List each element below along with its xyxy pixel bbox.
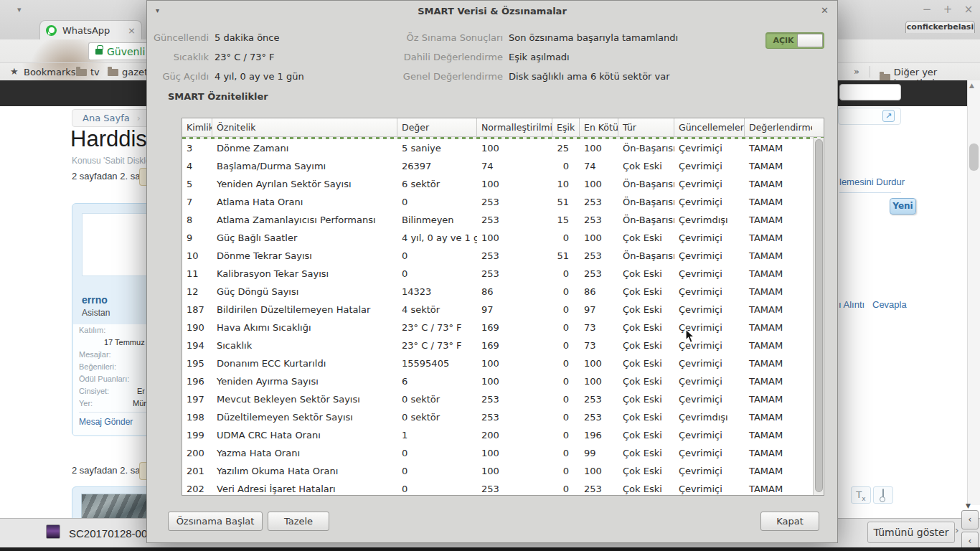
reply-link[interactable]: Cevapla	[872, 299, 907, 310]
external-link-icon: ↗	[882, 110, 895, 122]
table-scrollbar-thumb[interactable]	[815, 139, 823, 492]
divider	[870, 66, 870, 77]
refresh-button[interactable]: Tazele	[268, 512, 329, 531]
table-row[interactable]: 202Veri Adresi İşaret Hataları02530253Ço…	[182, 480, 814, 496]
tab-close-icon[interactable]: ×	[128, 25, 136, 36]
search-input[interactable]	[839, 84, 901, 100]
table-cell: TAMAM	[745, 283, 814, 301]
smart-enabled-toggle[interactable]: AÇIK	[765, 32, 824, 49]
toggle-handle[interactable]	[797, 34, 823, 47]
table-cell: 23° C / 73° F	[397, 319, 477, 336]
table-row[interactable]: 197Mevcut Bekleyen Sektör Sayısı0 sektör…	[182, 390, 814, 408]
table-row[interactable]: 198Düzeltilemeyen Sektör Sayısı0 sektör2…	[182, 408, 814, 426]
maximize-button[interactable]: +	[942, 3, 953, 16]
table-cell: Çevrimiçi	[674, 283, 745, 301]
table-row[interactable]: 9Güç Bağlı Saatler4 yıl, 0 ay ve 1 gün10…	[182, 229, 814, 247]
stop-watching-link[interactable]: lemesini Durdur	[839, 176, 905, 187]
column-header[interactable]: Normalleştirilmiş	[477, 118, 552, 137]
table-cell: Çok Eski	[618, 462, 674, 480]
bookmarks-label[interactable]: Bookmarks	[24, 67, 76, 77]
browser-tab-whatsapp[interactable]: WhatsApp ×	[39, 20, 142, 39]
table-cell: 12	[182, 283, 212, 301]
table-cell: Çok Eski	[618, 229, 674, 247]
bookmark-folder-tv[interactable]: tv	[76, 67, 100, 77]
column-header[interactable]: Öznitelik	[212, 118, 397, 137]
table-cell: 15595405	[397, 354, 477, 372]
window-menu-icon[interactable]: ▾	[17, 5, 22, 14]
table-row[interactable]: 5Yeniden Ayrılan Sektör Sayısı6 sektör10…	[182, 175, 814, 193]
table-row[interactable]: 8Atlama Zamanlayıcısı PerformansıBilinme…	[182, 211, 814, 229]
dialog-close-icon[interactable]: ✕	[821, 5, 829, 16]
table-scrollbar[interactable]	[813, 138, 824, 496]
table-cell: 0	[552, 462, 580, 480]
column-header[interactable]: Güncellemeler	[674, 118, 745, 137]
table-cell: Bilinmeyen	[397, 211, 477, 229]
bookmarks-overflow-icon[interactable]: »	[854, 66, 859, 77]
table-cell: TAMAM	[745, 301, 814, 319]
column-header[interactable]: Değer	[397, 118, 477, 137]
table-cell: Çok Eski	[618, 444, 674, 462]
table-cell: Çevrimiçi	[674, 157, 745, 175]
table-row[interactable]: 12Güç Döngü Sayısı1432386086Çok EskiÇevr…	[182, 283, 814, 301]
panel-collapse-button[interactable]: ‹	[961, 510, 979, 529]
show-all-downloads-button[interactable]: Tümünü göster	[867, 522, 955, 543]
table-cell: Çok Eski	[618, 426, 674, 444]
remove-formatting-button[interactable]: Tx	[851, 486, 871, 504]
table-cell: TAMAM	[745, 229, 814, 247]
address-bar[interactable]: Güvenli	[88, 42, 153, 60]
table-row[interactable]: 187Bildirilen Düzeltilemeyen Hatalar4 se…	[182, 301, 814, 319]
column-header[interactable]: Eşik	[552, 118, 580, 137]
minimize-button[interactable]: −	[921, 3, 933, 16]
table-row[interactable]: 201Yazılım Okuma Hata Oranı01000100Çok E…	[182, 462, 814, 480]
table-cell: Çevrimiçi	[674, 229, 745, 247]
bookmarks-star-icon[interactable]: ★	[10, 66, 19, 77]
table-cell: Çevrimiçi	[674, 372, 745, 390]
divider	[839, 192, 901, 193]
browser-profile-button[interactable]: confickerbelasi	[905, 21, 975, 33]
start-selftest-button[interactable]: Özsınama Başlat	[168, 512, 263, 531]
send-message-link[interactable]: Mesaj Gönder	[79, 417, 133, 427]
table-cell: TAMAM	[745, 444, 814, 462]
table-row[interactable]: 195Donanım ECC Kurtarıldı155954051000100…	[182, 354, 814, 372]
table-cell: 0	[552, 301, 580, 319]
close-button[interactable]: Kapat	[760, 512, 819, 531]
smart-data-dialog: ▾ SMART Verisi & Özsınamalar ✕ Güncellen…	[146, 0, 838, 543]
table-cell: TAMAM	[745, 175, 814, 193]
table-cell: TAMAM	[745, 408, 814, 426]
edge-down-icon[interactable]: ▼	[966, 502, 971, 509]
window-close-button[interactable]: ×	[963, 3, 974, 16]
table-cell: 0	[552, 408, 580, 426]
table-row[interactable]: 4Başlama/Durma Sayımı2639774074Çok EskiÇ…	[182, 157, 814, 175]
table-row[interactable]: 200Yazma Hata Oranı0100099Çok EskiÇevrim…	[182, 444, 814, 462]
scrollbar-thumb[interactable]	[969, 143, 979, 171]
table-row[interactable]: 199UDMA CRC Hata Oranı12000196Çok EskiÇe…	[182, 426, 814, 444]
table-row[interactable]: 194Sıcaklık23° C / 73° F169073Çok EskiÇe…	[182, 336, 814, 354]
column-header[interactable]: En Kötü	[580, 118, 618, 137]
breadcrumb-home-link[interactable]: Ana Sayfa	[83, 113, 130, 123]
column-header[interactable]: Değerlendirme	[745, 118, 814, 137]
table-row[interactable]: 190Hava Akımı Sıcaklığı23° C / 73° F1690…	[182, 319, 814, 336]
table-cell: 194	[182, 336, 212, 354]
table-cell: TAMAM	[745, 265, 814, 283]
table-cell: Çok Eski	[618, 390, 674, 408]
username-link[interactable]: errno	[82, 294, 108, 306]
info-label: Dahili Değerlendirme	[147, 52, 503, 62]
table-cell: 253	[580, 480, 618, 496]
open-external-button[interactable]: ↗	[838, 108, 901, 125]
scroll-up-icon[interactable]: ▲	[969, 82, 974, 89]
table-cell: Bildirilen Düzeltilemeyen Hatalar	[212, 301, 397, 319]
new-post-badge[interactable]: Yeni	[890, 198, 916, 215]
table-cell: 100	[477, 139, 552, 157]
table-row[interactable]: 7Atlama Hata Oranı025351253Ön-BaşarısızÇ…	[182, 193, 814, 211]
table-row[interactable]: 196Yeniden Ayırma Sayısı61000100Çok Eski…	[182, 372, 814, 390]
quote-link[interactable]: ı Alıntı	[839, 299, 864, 310]
table-row[interactable]: 11Kalibrasyon Tekar Sayısı02530253Çok Es…	[182, 265, 814, 283]
table-cell: Hava Akımı Sıcaklığı	[212, 319, 397, 336]
table-cell: 100	[477, 175, 552, 193]
table-row[interactable]: 3Dönme Zamanı5 saniye10025100Ön-Başarısı…	[182, 139, 814, 157]
table-cell: 253	[477, 265, 552, 283]
table-row[interactable]: 10Dönme Tekrar Sayısı025351253Ön-Başarıs…	[182, 247, 814, 265]
column-header[interactable]: Tür	[618, 118, 674, 137]
source-edit-button[interactable]	[873, 486, 893, 504]
column-header[interactable]: Kimlik	[182, 118, 212, 137]
